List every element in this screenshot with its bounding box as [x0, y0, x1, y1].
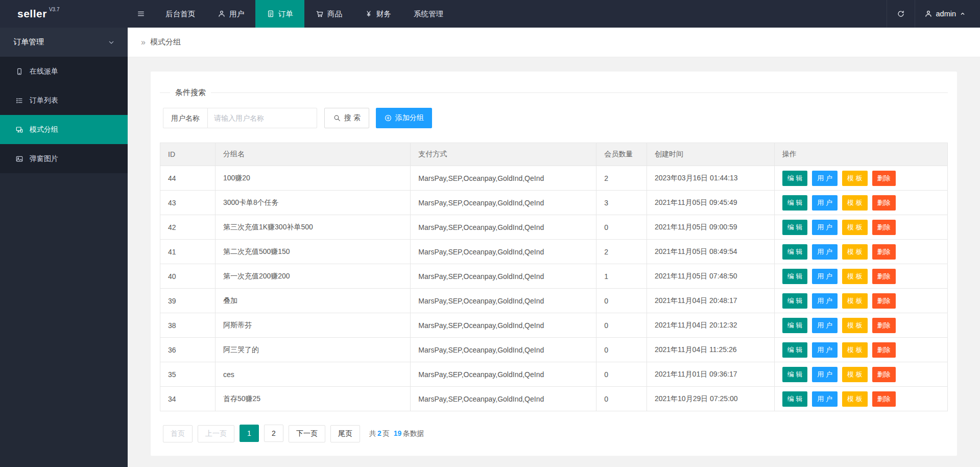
delete-button[interactable]: 删除 [872, 367, 896, 382]
page-button-next[interactable]: 下一页 [289, 425, 325, 442]
delete-button[interactable]: 删除 [872, 391, 896, 407]
cell-name: 第二次充值500赚150 [215, 240, 410, 264]
user-button[interactable]: 用 户 [812, 220, 838, 235]
cell-name: 阿三哭了的 [215, 338, 410, 362]
page-button-prev: 上一页 [198, 425, 234, 442]
user-button[interactable]: 用 户 [812, 244, 838, 260]
delete-button[interactable]: 删除 [872, 244, 896, 260]
topnav-item-finance[interactable]: 财务 [353, 0, 402, 28]
summary-total-pages: 2 [377, 429, 381, 437]
sidebar-item-popup-image[interactable]: 弹窗图片 [0, 144, 128, 173]
template-button[interactable]: 模 板 [842, 244, 868, 260]
pagination-summary: 共2页19条数据 [369, 429, 424, 438]
edit-button[interactable]: 编 辑 [782, 220, 808, 235]
user-menu[interactable]: admin [915, 0, 980, 28]
template-button[interactable]: 模 板 [842, 195, 868, 211]
topnav-item-home[interactable]: 后台首页 [154, 0, 206, 28]
user-button[interactable]: 用 户 [812, 269, 838, 284]
user-button[interactable]: 用 户 [812, 391, 838, 407]
page-button-last[interactable]: 尾页 [330, 425, 360, 442]
table-row: 42第三次充值1K赚300补单500MarsPay,SEP,Oceanpay,G… [160, 215, 948, 240]
user-button[interactable]: 用 户 [812, 367, 838, 382]
search-button[interactable]: 搜 索 [324, 108, 369, 128]
cell-pay: MarsPay,SEP,Oceanpay,GoldInd,QeInd [411, 362, 596, 387]
edit-button[interactable]: 编 辑 [782, 269, 808, 284]
delete-button[interactable]: 删除 [872, 269, 896, 284]
template-button[interactable]: 模 板 [842, 318, 868, 333]
template-button[interactable]: 模 板 [842, 220, 868, 235]
edit-button[interactable]: 编 辑 [782, 367, 808, 382]
chevron-up-icon [960, 11, 966, 17]
refresh-button[interactable] [887, 0, 915, 28]
user-button[interactable]: 用 户 [812, 171, 838, 186]
page-button-page-1[interactable]: 1 [240, 425, 259, 442]
sidebar-item-online-dispatch[interactable]: 在线派单 [0, 57, 128, 86]
table-row: 39叠加MarsPay,SEP,Oceanpay,GoldInd,QeInd02… [160, 289, 948, 313]
cell-pay: MarsPay,SEP,Oceanpay,GoldInd,QeInd [411, 338, 596, 362]
delete-button[interactable]: 删除 [872, 195, 896, 211]
sidebar-item-mode-group[interactable]: 模式分组 [0, 115, 128, 144]
template-button[interactable]: 模 板 [842, 293, 868, 309]
cell-pay: MarsPay,SEP,Oceanpay,GoldInd,QeInd [411, 387, 596, 411]
template-button[interactable]: 模 板 [842, 367, 868, 382]
cell-pay: MarsPay,SEP,Oceanpay,GoldInd,QeInd [411, 215, 596, 240]
delete-button[interactable]: 删除 [872, 293, 896, 309]
edit-button[interactable]: 编 辑 [782, 391, 808, 407]
cell-created: 2021年11月05日 09:00:59 [647, 215, 774, 240]
sidebar-group-order-management[interactable]: 订单管理 [0, 28, 128, 57]
cell-pay: MarsPay,SEP,Oceanpay,GoldInd,QeInd [411, 166, 596, 191]
sidebar-item-order-list[interactable]: 订单列表 [0, 86, 128, 115]
edit-button[interactable]: 编 辑 [782, 171, 808, 186]
edit-button[interactable]: 编 辑 [782, 293, 808, 309]
cell-members: 0 [596, 338, 647, 362]
topnav-item-label: 后台首页 [165, 9, 195, 19]
delete-button[interactable]: 删除 [872, 342, 896, 358]
table-row: 433000卡单8个任务MarsPay,SEP,Oceanpay,GoldInd… [160, 191, 948, 215]
cell-created: 2021年10月29日 07:25:00 [647, 387, 774, 411]
page-button-page-2[interactable]: 2 [264, 425, 283, 442]
topnav-item-goods[interactable]: 商品 [304, 0, 353, 28]
cell-actions: 编 辑用 户模 板删除 [774, 264, 947, 289]
breadcrumb: » 模式分组 [128, 28, 980, 57]
cell-actions: 编 辑用 户模 板删除 [774, 166, 947, 191]
cell-actions: 编 辑用 户模 板删除 [774, 289, 947, 313]
topnav-item-user[interactable]: 用户 [206, 0, 255, 28]
edit-button[interactable]: 编 辑 [782, 195, 808, 211]
cell-actions: 编 辑用 户模 板删除 [774, 191, 947, 215]
cell-name: 第一次充值200赚200 [215, 264, 410, 289]
template-button[interactable]: 模 板 [842, 391, 868, 407]
template-button[interactable]: 模 板 [842, 171, 868, 186]
breadcrumb-arrows-icon: » [141, 38, 146, 47]
delete-button[interactable]: 删除 [872, 318, 896, 333]
cell-created: 2023年03月16日 01:44:13 [647, 166, 774, 191]
doc-icon [267, 10, 275, 18]
user-button[interactable]: 用 户 [812, 195, 838, 211]
edit-button[interactable]: 编 辑 [782, 318, 808, 333]
search-button-label: 搜 索 [344, 113, 361, 123]
edit-button[interactable]: 编 辑 [782, 342, 808, 358]
summary-total-count: 19 [394, 429, 402, 437]
delete-button[interactable]: 删除 [872, 220, 896, 235]
template-button[interactable]: 模 板 [842, 342, 868, 358]
username-input[interactable] [207, 108, 317, 128]
topbar: seller V3.7 后台首页用户订单商品财务系统管理 admin [0, 0, 980, 28]
cell-pay: MarsPay,SEP,Oceanpay,GoldInd,QeInd [411, 289, 596, 313]
search-form: 用户名称 搜 索 添加分组 [163, 108, 948, 128]
user-button[interactable]: 用 户 [812, 342, 838, 358]
add-group-button[interactable]: 添加分组 [376, 108, 432, 128]
cell-id: 44 [160, 166, 216, 191]
edit-button[interactable]: 编 辑 [782, 244, 808, 260]
hamburger-icon[interactable] [128, 0, 154, 28]
template-button[interactable]: 模 板 [842, 269, 868, 284]
sidebar-item-label: 模式分组 [30, 125, 58, 134]
topnav-item-order[interactable]: 订单 [255, 0, 304, 28]
cell-created: 2021年11月01日 09:36:17 [647, 362, 774, 387]
topnav-item-label: 商品 [327, 9, 342, 19]
person-icon [924, 10, 933, 18]
user-button[interactable]: 用 户 [812, 318, 838, 333]
delete-button[interactable]: 删除 [872, 171, 896, 186]
cell-actions: 编 辑用 户模 板删除 [774, 362, 947, 387]
topnav-item-system[interactable]: 系统管理 [402, 0, 455, 28]
user-button[interactable]: 用 户 [812, 293, 838, 309]
person-icon [218, 10, 226, 18]
